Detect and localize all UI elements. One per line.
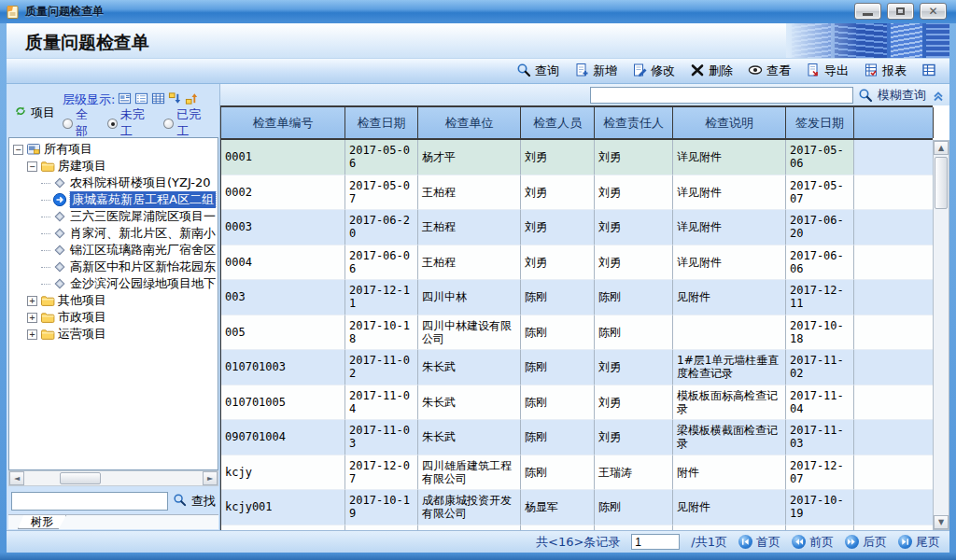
view-button[interactable]: 查看 [742,60,796,83]
table-row[interactable]: 00022017-05-07王柏程刘勇刘勇详见附件2017-05-07 [221,175,933,211]
scroll-right-icon[interactable]: ► [203,471,218,485]
radio-已完工[interactable]: 已完工 [163,106,213,140]
fuzzy-search-input[interactable] [590,87,853,104]
table-cell: 刘勇 [595,420,673,455]
table-row[interactable]: 0052017-10-18四川中林建设有限公司陈刚陈刚2017-10-18 [221,315,933,351]
column-header[interactable]: 检查说明 [673,107,786,138]
table-cell: 详见附件 [673,140,786,175]
tree-item[interactable]: 锦江区琉璃路南光厂宿舍区 [9,242,218,259]
tree-item[interactable]: 农科院科研楼项目(YZJ-20 [9,175,218,191]
table-cell: 四川中林建设有限公司 [418,315,521,351]
tree-item-label: 高新区中和片区新怡花园东 [70,259,216,275]
tree-expander-icon[interactable]: − [13,145,23,155]
tree-item[interactable]: 高新区中和片区新怡花园东 [9,259,218,275]
table-cell: 刘勇 [595,140,673,175]
collapse-panel-icon[interactable] [931,88,946,103]
radio-circle-icon[interactable] [63,119,73,129]
table-row[interactable]: 0907010042017-11-03朱长武陈刚刘勇梁模板横截面检查记录2017… [221,420,933,455]
add-button[interactable]: 新增 [569,60,623,83]
grid-button[interactable] [916,60,942,83]
column-header[interactable] [854,107,934,138]
radio-circle-icon[interactable] [107,119,118,129]
prev-page-button[interactable]: 前页 [792,534,834,551]
tree-horizontal-scrollbar[interactable]: ◄ ► [8,470,218,486]
tab-tree-view[interactable]: 树形 [18,515,66,529]
tree-item[interactable]: 肖家河、新北片区、新南小 [9,225,218,242]
table-row[interactable]: 0032017-12-11四川中林陈刚陈刚见附件2017-12-11 [221,280,933,315]
table-cell: 0004 [221,245,345,281]
page-number-input[interactable] [631,534,680,550]
radio-circle-icon[interactable] [163,119,174,129]
scrollbar-thumb[interactable] [935,157,948,209]
refresh-icon[interactable] [14,105,27,120]
tree-item[interactable]: 金沙滨河公园绿地项目地下 [9,275,218,292]
table-cell [854,315,933,351]
tree-item[interactable]: −房建项目 [9,158,218,175]
query-button[interactable]: 查询 [511,60,565,83]
table-row[interactable]: 0107010052017-11-04朱长武陈刚刘勇模板板面标高检查记录2017… [221,385,933,421]
report-button[interactable]: 报表 [858,60,912,83]
modify-button[interactable]: 修改 [626,60,681,83]
tree-item[interactable]: 三六三医院犀浦院区项目一 [9,208,218,225]
tree-item-label: 市政项目 [58,309,106,326]
status-filter-radios: 全部未完工已完工 [63,112,218,134]
view-button-label: 查看 [766,63,791,79]
column-header[interactable]: 检查单位 [418,107,521,138]
table-row[interactable]: kcjy0012017-10-19成都康城投资开发有限公司杨显军陈刚见附件201… [221,490,933,525]
tree-expander-icon[interactable]: + [27,296,37,306]
folder-icon [40,310,55,325]
column-header[interactable]: 检查责任人 [595,107,673,138]
tree-find-input[interactable] [11,492,168,511]
table-cell: 2017-12-11 [345,280,418,315]
last-page-button[interactable]: 尾页 [898,534,940,551]
diamond-icon [52,209,67,224]
query-button-label: 查询 [535,63,559,79]
scroll-down-icon[interactable]: ▼ [934,515,949,529]
close-button[interactable]: ✕ [920,3,947,20]
table-cell: 0002 [221,175,345,211]
diamond-icon [52,175,67,190]
table-row[interactable]: kcjy2017-12-07四川雄盾建筑工程有限公司陈刚王瑞涛附件2017-12… [221,455,933,491]
table-vertical-scrollbar[interactable]: ▲ ▼ [933,140,949,530]
export-button[interactable]: 导出 [800,60,854,83]
tree-expander-icon[interactable]: + [27,329,37,340]
tree-item[interactable]: +市政项目 [9,309,218,326]
table-cell: 刘勇 [595,385,673,421]
table-row[interactable]: 00042017-06-06王柏程刘勇刘勇详见附件2017-06-06 [221,245,933,281]
table-row[interactable]: 00032017-06-20王柏程刘勇刘勇详见附件2017-06-20 [221,210,933,245]
radio-全部[interactable]: 全部 [63,106,100,140]
table-cell: 2017-10-18 [345,315,418,351]
window-controls: ✕ [854,3,947,20]
next-page-button[interactable]: 后页 [845,534,887,551]
first-page-button[interactable]: 首页 [738,534,780,551]
column-header[interactable]: 签发日期 [786,107,854,138]
column-header[interactable]: 检查日期 [345,107,418,138]
next-page-button-label: 后页 [863,534,887,551]
table-cell: 朱长武 [418,385,521,421]
table-cell: 0001 [221,140,345,175]
table-cell: 王柏程 [418,175,521,211]
scroll-left-icon[interactable]: ◄ [9,471,24,485]
tree-expander-icon[interactable]: − [27,161,37,172]
delete-button[interactable]: 删除 [684,60,738,83]
tree-item[interactable]: +运营项目 [9,326,218,343]
fuzzy-query-button[interactable]: 模糊查询 [878,87,926,104]
tree-item[interactable]: −所有项目 [9,141,218,158]
tree-item[interactable]: 康城嘉苑新居工程A区二组 [9,191,218,208]
scroll-up-icon[interactable]: ▲ [934,141,949,155]
table-cell: 陈刚 [595,280,673,315]
column-header[interactable]: 检查人员 [521,107,595,138]
scrollbar-thumb[interactable] [60,472,101,484]
table-row[interactable]: 0107010032017-11-02朱长武陈刚刘勇1#层1单元墙柱垂直度检查记… [221,350,933,385]
minimize-button[interactable] [854,3,881,20]
export-button-label: 导出 [824,63,849,79]
table-row[interactable]: 00012017-05-06杨才平刘勇刘勇详见附件2017-05-06 [221,140,933,175]
diamond-icon [52,276,67,291]
maximize-button[interactable] [887,3,914,20]
column-header[interactable]: 检查单编号 [221,107,345,138]
tree-expander-icon[interactable]: + [27,313,37,323]
tree-item[interactable]: +其他项目 [9,292,218,309]
radio-未完工[interactable]: 未完工 [107,106,157,140]
radio-label: 未完工 [120,106,157,140]
find-button[interactable]: 查找 [191,493,216,510]
